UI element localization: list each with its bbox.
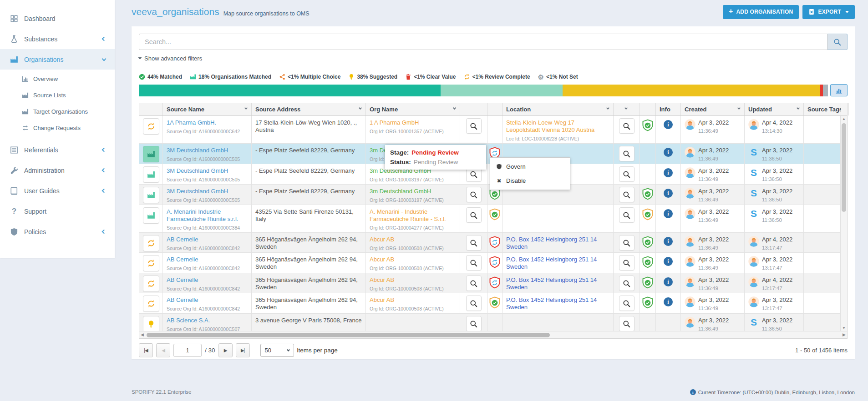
org-name-link[interactable]: Abcur AB [370, 276, 394, 283]
info-icon[interactable]: i [664, 189, 673, 198]
search-row-button[interactable] [466, 276, 482, 291]
row-type-refresh-button[interactable] [143, 276, 159, 292]
prev-page-button[interactable]: ◀ [156, 343, 170, 357]
row-type-factory-button[interactable] [143, 166, 159, 183]
sidebar-item-user-guides[interactable]: User Guides [0, 180, 115, 201]
sidebar-subitem-change-requests[interactable]: Change Requests [0, 120, 115, 136]
info-icon[interactable]: i [664, 277, 673, 286]
search-row-button[interactable] [619, 296, 635, 311]
first-page-button[interactable]: |◀ [139, 343, 153, 357]
search-row-button[interactable] [619, 166, 635, 182]
row-type-factory-button[interactable] [143, 207, 159, 224]
menu-item-disable[interactable]: ✖ Disable [490, 174, 570, 188]
stage-shield-red-icon[interactable] [489, 236, 501, 250]
stage-shield-green-icon[interactable] [642, 276, 654, 290]
stage-shield-orange-icon[interactable] [489, 296, 501, 310]
stage-shield-green-icon[interactable] [642, 236, 654, 250]
location-link[interactable]: P.O. Box 1452 Helsingborg 251 14 Sweden [506, 296, 597, 311]
sidebar-subitem-source-lists[interactable]: Source Lists [0, 87, 115, 103]
search-row-button[interactable] [619, 255, 635, 271]
table-row[interactable]: AB CernelleSource Org Id: A1600000000C84… [139, 273, 847, 293]
source-name-link[interactable]: AB Cernelle [167, 236, 198, 243]
table-row[interactable]: AB CernelleSource Org Id: A1600000000C84… [139, 233, 847, 253]
info-icon[interactable]: i [664, 168, 673, 177]
column-header-org-name[interactable]: Org Name [366, 103, 460, 115]
stage-shield-green-icon[interactable] [642, 188, 654, 201]
info-icon[interactable]: i [664, 237, 673, 246]
horizontal-scrollbar[interactable]: ◀ ▶ [139, 331, 847, 338]
column-header-source-name[interactable]: Source Name [163, 103, 252, 115]
source-name-link[interactable]: 3M Deutschland GmbH [167, 167, 228, 174]
info-icon[interactable]: i [664, 120, 673, 129]
info-icon[interactable]: i [664, 257, 673, 266]
search-row-button[interactable] [619, 207, 635, 223]
vertical-scrollbar[interactable]: ▲▼ [840, 116, 847, 331]
row-type-bulb-button[interactable] [143, 316, 159, 331]
info-icon[interactable]: i [664, 148, 673, 157]
search-row-button[interactable] [466, 207, 482, 223]
source-name-link[interactable]: AB Science S.A. [167, 317, 210, 324]
stage-shield-red-icon[interactable] [489, 256, 501, 270]
table-row[interactable]: 1A Pharma GmbH.Source Org Id: A160000000… [139, 116, 847, 144]
horizontal-scroll-thumb[interactable] [147, 333, 550, 337]
location-link[interactable]: P.O. Box 1452 Helsingborg 251 14 Sweden [506, 256, 597, 270]
row-type-refresh-button[interactable] [143, 118, 159, 135]
stage-shield-green-icon[interactable] [642, 296, 654, 310]
row-type-factory-active-button[interactable] [143, 146, 159, 162]
sidebar-item-organisations[interactable]: Organisations [0, 49, 115, 70]
scroll-up-icon[interactable]: ▲ [841, 117, 847, 121]
org-name-link[interactable]: Abcur AB [370, 236, 394, 243]
search-row-button[interactable] [619, 118, 635, 134]
org-name-link[interactable]: 1 A Pharma GmbH [370, 119, 419, 126]
org-name-link[interactable]: Abcur AB [370, 256, 394, 263]
row-type-refresh-button[interactable] [143, 296, 159, 312]
advanced-filters-toggle[interactable]: Show advanced filters [139, 54, 202, 62]
search-row-button[interactable] [466, 316, 482, 331]
sidebar-item-policies[interactable]: Policies [0, 221, 115, 242]
source-name-link[interactable]: A. Menarini Industrie Farmaceutiche Riun… [167, 208, 239, 222]
search-row-button[interactable] [466, 235, 482, 251]
vertical-scroll-thumb[interactable] [842, 123, 846, 212]
info-icon[interactable]: i [664, 297, 673, 306]
sidebar-item-referentials[interactable]: Referentials [0, 140, 115, 160]
table-row[interactable]: AB CernelleSource Org Id: A1600000000C84… [139, 253, 847, 273]
row-type-factory-button[interactable] [143, 187, 159, 203]
column-header-created[interactable]: Created [681, 103, 745, 115]
chart-view-button[interactable] [830, 84, 848, 96]
search-button[interactable] [827, 34, 848, 50]
search-row-button[interactable] [619, 235, 635, 251]
source-name-link[interactable]: AB Cernelle [167, 296, 198, 303]
search-row-button[interactable] [466, 118, 482, 134]
stage-shield-orange-icon[interactable] [489, 208, 501, 222]
export-button[interactable]: EXPORT [802, 5, 855, 19]
location-link[interactable]: Stella-Klein-Loew-Weg 17 Leopoldstadt Vi… [506, 119, 594, 133]
sidebar-item-support[interactable]: ?Support [0, 201, 115, 221]
column-header-updated[interactable]: Updated [745, 103, 804, 115]
table-row[interactable]: AB CernelleSource Org Id: A1600000000C84… [139, 293, 847, 314]
column-header-col-7[interactable] [614, 103, 640, 115]
scroll-right-icon[interactable]: ▶ [843, 332, 846, 337]
menu-item-govern[interactable]: Govern [490, 160, 570, 174]
search-row-button[interactable] [619, 276, 635, 291]
sidebar-item-administration[interactable]: Administration [0, 160, 115, 180]
page-size-select[interactable]: 50 [260, 344, 294, 357]
search-row-button[interactable] [619, 316, 635, 331]
row-type-refresh-button[interactable] [143, 255, 159, 271]
search-input[interactable] [139, 34, 827, 50]
search-row-button[interactable] [466, 255, 482, 271]
scroll-left-icon[interactable]: ◀ [141, 332, 144, 337]
table-row[interactable]: A. Menarini Industrie Farmaceutiche Riun… [139, 205, 847, 233]
sidebar-subitem-target-organisations[interactable]: Target Organisations [0, 103, 115, 120]
org-name-link[interactable]: A. Menarini - Industrie Farmaceutiche Ri… [370, 208, 446, 222]
source-name-link[interactable]: AB Cernelle [167, 256, 198, 263]
table-row[interactable]: AB Science S.A.Source Org Id: A160000000… [139, 314, 847, 331]
row-type-refresh-button[interactable] [143, 235, 159, 251]
stage-shield-red-icon[interactable] [489, 276, 501, 290]
location-link[interactable]: P.O. Box 1452 Helsingborg 251 14 Sweden [506, 236, 597, 250]
column-header-source-address[interactable]: Source Address [252, 103, 366, 115]
search-row-button[interactable] [619, 146, 635, 161]
sidebar-subitem-overview[interactable]: Overview [0, 70, 115, 87]
search-row-button[interactable] [619, 187, 635, 202]
sidebar-item-dashboard[interactable]: Dashboard [0, 8, 115, 29]
add-organisation-button[interactable]: + ADD ORGANISATION [723, 5, 799, 19]
